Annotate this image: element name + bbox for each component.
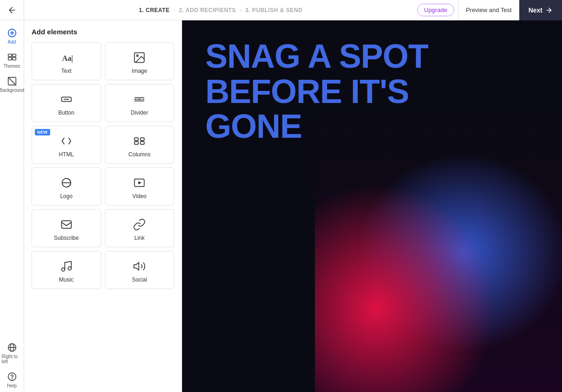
element-social[interactable]: Social: [105, 251, 175, 289]
help-icon: [7, 372, 17, 382]
svg-rect-4: [12, 54, 15, 57]
divider-icon: [133, 93, 146, 106]
text-icon: Aa|: [60, 51, 73, 64]
step-add-recipients[interactable]: 2. ADD RECIPIENTS: [179, 7, 236, 13]
email-hero: SNAG A SPOTBEFORE IT'SGONE: [182, 20, 562, 392]
svg-rect-5: [8, 58, 11, 60]
video-icon: [133, 176, 146, 189]
hero-headline: SNAG A SPOTBEFORE IT'SGONE: [205, 39, 428, 144]
plus-circle-icon: [7, 28, 17, 38]
sidebar-item-right-to-left[interactable]: Right to left: [0, 339, 24, 368]
step-arrow-2: ›: [240, 7, 242, 13]
svg-rect-3: [8, 54, 11, 57]
svg-rect-27: [141, 141, 144, 144]
svg-rect-32: [61, 221, 71, 228]
canvas-area: SNAG A SPOTBEFORE IT'SGONE: [182, 20, 562, 392]
element-button-label: Button: [58, 109, 74, 116]
elements-panel-title: Add elements: [32, 28, 174, 36]
next-button[interactable]: Next: [519, 0, 562, 20]
themes-icon: [7, 52, 17, 62]
element-button[interactable]: Button: [32, 84, 101, 122]
svg-point-34: [68, 267, 71, 270]
svg-marker-35: [134, 263, 139, 270]
element-subscribe-label: Subscribe: [54, 235, 78, 241]
step-create[interactable]: 1. CREATE: [139, 7, 170, 13]
svg-point-33: [61, 268, 65, 271]
element-image-label: Image: [132, 68, 147, 74]
element-music-label: Music: [59, 276, 73, 283]
element-text-label: Text: [61, 68, 72, 74]
element-html[interactable]: NEW HTML: [32, 126, 101, 164]
element-link[interactable]: Link: [105, 209, 175, 247]
element-logo-label: Logo: [60, 193, 72, 199]
image-icon: [133, 51, 146, 64]
social-icon: [133, 260, 146, 273]
topbar-actions: Upgrade Preview and Test Next: [417, 0, 562, 20]
svg-text:Aa|: Aa|: [62, 54, 72, 63]
hero-figure: [315, 113, 562, 392]
svg-point-13: [12, 379, 12, 379]
element-subscribe[interactable]: Subscribe: [32, 209, 101, 247]
element-text[interactable]: Aa| Text: [32, 42, 101, 80]
element-link-label: Link: [134, 235, 144, 241]
subscribe-icon: [60, 218, 73, 231]
preview-and-test-button[interactable]: Preview and Test: [458, 0, 519, 20]
music-icon: [60, 260, 73, 273]
next-arrow-icon: [545, 6, 553, 14]
svg-line-8: [8, 77, 16, 85]
step-arrow-1: ›: [173, 7, 175, 13]
element-divider-label: Divider: [131, 109, 148, 116]
svg-point-16: [137, 55, 138, 57]
button-icon: [60, 93, 73, 106]
elements-grid: Aa| Text Image Button: [32, 42, 174, 289]
svg-rect-6: [12, 58, 15, 60]
element-image[interactable]: Image: [105, 42, 175, 80]
svg-rect-26: [135, 141, 138, 144]
elements-panel: Add elements Aa| Text Image Button: [24, 20, 182, 392]
html-icon: [60, 135, 73, 148]
element-video[interactable]: Video: [105, 167, 175, 206]
new-badge: NEW: [35, 129, 50, 135]
steps-nav: 1. CREATE › 2. ADD RECIPIENTS › 3. PUBLI…: [24, 7, 417, 13]
element-social-label: Social: [132, 276, 147, 283]
sidebar-item-background[interactable]: Background: [0, 72, 24, 96]
background-icon: [7, 76, 17, 86]
element-logo[interactable]: Logo: [32, 167, 101, 206]
globe-icon: [7, 342, 17, 353]
svg-rect-24: [135, 138, 138, 141]
hero-image: [315, 113, 562, 392]
topbar: 1. CREATE › 2. ADD RECIPIENTS › 3. PUBLI…: [0, 0, 562, 20]
sidebar-item-themes[interactable]: Themes: [0, 48, 24, 72]
sidebar-item-add[interactable]: Add: [0, 24, 24, 48]
svg-point-23: [139, 99, 140, 100]
element-html-label: HTML: [59, 151, 74, 158]
columns-icon: [133, 135, 146, 148]
svg-marker-31: [138, 181, 142, 185]
logo-icon: [60, 176, 73, 189]
element-video-label: Video: [132, 193, 146, 199]
element-divider[interactable]: Divider: [105, 84, 175, 122]
upgrade-button[interactable]: Upgrade: [417, 4, 454, 16]
left-sidebar: Add Themes Background Right to left Help: [0, 20, 24, 392]
back-button[interactable]: [0, 0, 24, 20]
step-publish-send[interactable]: 3. PUBLISH & SEND: [245, 7, 302, 13]
element-columns[interactable]: Columns: [105, 126, 175, 164]
element-music[interactable]: Music: [32, 251, 101, 289]
sidebar-item-help[interactable]: Help: [0, 368, 24, 392]
link-icon: [133, 218, 146, 231]
email-canvas[interactable]: SNAG A SPOTBEFORE IT'SGONE: [182, 20, 562, 392]
element-columns-label: Columns: [129, 151, 150, 158]
svg-point-22: [136, 99, 137, 100]
svg-rect-25: [141, 138, 144, 141]
